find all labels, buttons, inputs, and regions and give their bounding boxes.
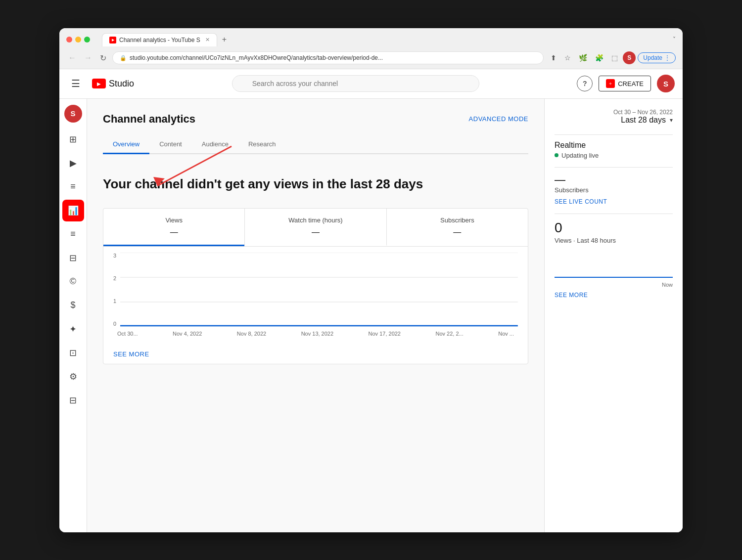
sidebar-item-analytics[interactable]: 📊: [62, 200, 84, 221]
forward-button[interactable]: →: [82, 51, 94, 64]
maximize-traffic-light[interactable]: [84, 37, 90, 43]
puzzle-icon[interactable]: 🧩: [592, 52, 606, 64]
divider-3: [555, 214, 673, 214]
stats-tab-watchtime[interactable]: Watch time (hours) —: [244, 209, 386, 246]
tab-title: Channel analytics - YouTube S: [119, 37, 200, 43]
new-tab-button[interactable]: +: [218, 33, 231, 46]
youtube-logo-icon: [92, 79, 106, 88]
realtime-views-label: Views · Last 48 hours: [555, 237, 673, 244]
customization-icon: ✦: [69, 324, 77, 335]
chart-plot-area: [120, 253, 518, 329]
page-title: Channel analytics: [103, 113, 195, 126]
playlists-icon: ≡: [70, 181, 76, 192]
sidebar-item-feedback[interactable]: ⊟: [62, 389, 84, 411]
sidebar-item-monetization[interactable]: $: [62, 295, 84, 316]
tab-overview[interactable]: Overview: [103, 135, 149, 154]
chart-x-labels: Oct 30... Nov 4, 2022 Nov 8, 2022 Nov 13…: [113, 329, 518, 337]
logo-area: Studio: [92, 79, 134, 89]
stats-tab-views-label: Views: [113, 216, 234, 224]
tab-content[interactable]: Content: [149, 135, 192, 154]
sidebar-toggle-icon[interactable]: ⬚: [608, 52, 621, 64]
close-traffic-light[interactable]: [66, 37, 72, 43]
chart-area: 3 2 1 0: [103, 247, 528, 345]
copyright-icon: ©: [70, 276, 76, 287]
see-more-button[interactable]: SEE MORE: [103, 345, 159, 364]
active-tab[interactable]: Channel analytics - YouTube S ✕: [102, 33, 217, 46]
stats-tab-subscribers[interactable]: Subscribers —: [386, 209, 528, 246]
subtitles-icon: ⊟: [69, 253, 77, 263]
analytics-tabs: Overview Content Audience Research: [103, 135, 528, 154]
divider-2: [555, 167, 673, 168]
tab-audience[interactable]: Audience: [192, 135, 238, 154]
traffic-lights: [66, 37, 90, 43]
sidebar-item-copyright[interactable]: ©: [62, 271, 84, 293]
browser-chevron-icon: ˅: [673, 36, 676, 43]
user-avatar[interactable]: S: [657, 75, 675, 92]
content-icon: ▶: [70, 158, 77, 169]
bookmark-icon[interactable]: ☆: [561, 52, 574, 64]
browser-toolbar-icons: ⬆ ☆ 🌿 🧩 ⬚ S Update ⋮: [548, 51, 676, 64]
realtime-section: Realtime Updating live — Subscribers SEE…: [555, 141, 673, 299]
now-label: Now: [555, 282, 673, 288]
extension-icon[interactable]: 🌿: [576, 52, 590, 64]
help-button[interactable]: ?: [577, 76, 593, 91]
app-container: ☰ Studio 🔍 ? ＋ CREATE: [59, 69, 683, 532]
stats-tab-watchtime-label: Watch time (hours): [255, 216, 376, 224]
realtime-status-text: Updating live: [561, 152, 599, 159]
tab-research[interactable]: Research: [238, 135, 286, 154]
realtime-see-more-button[interactable]: SEE MORE: [555, 292, 588, 299]
right-panel: Oct 30 – Nov 26, 2022 Last 28 days ▾ Rea…: [544, 99, 683, 532]
sidebar-item-playlists[interactable]: ≡: [62, 176, 84, 198]
back-button[interactable]: ←: [66, 51, 78, 64]
no-views-container: Your channel didn't get any views in the…: [103, 166, 528, 201]
share-icon[interactable]: ⬆: [548, 52, 559, 64]
audio-icon: ⊡: [69, 347, 77, 358]
minimize-traffic-light[interactable]: [75, 37, 81, 43]
realtime-subscribers-dash: —: [555, 173, 673, 186]
sidebar-item-customization[interactable]: ✦: [62, 318, 84, 340]
browser-profile-avatar[interactable]: S: [623, 51, 636, 64]
sidebar-item-audio[interactable]: ⊡: [62, 342, 84, 364]
see-live-count-button[interactable]: SEE LIVE COUNT: [555, 198, 607, 205]
url-display: studio.youtube.com/channel/UCo7izNLn_mAy…: [130, 54, 536, 61]
main-content: Channel analytics ADVANCED MODE Overview…: [87, 99, 544, 532]
tab-close-button[interactable]: ✕: [205, 37, 210, 43]
advanced-mode-button[interactable]: ADVANCED MODE: [469, 115, 528, 123]
stats-tab-subscribers-label: Subscribers: [397, 216, 518, 224]
date-range-label: Last 28 days: [621, 116, 666, 125]
browser-window: Channel analytics - YouTube S ✕ + ˅ ← → …: [59, 28, 683, 532]
sidebar-item-comments[interactable]: ≡: [62, 223, 84, 245]
content-area: Channel analytics ADVANCED MODE Overview…: [87, 99, 683, 532]
stats-tab-watchtime-value: —: [255, 228, 376, 237]
dashboard-icon: ⊞: [69, 134, 77, 145]
lock-icon: 🔒: [120, 55, 127, 61]
sidebar-item-dashboard[interactable]: ⊞: [62, 129, 84, 150]
stats-tab-views[interactable]: Views —: [103, 209, 244, 246]
refresh-button[interactable]: ↻: [98, 51, 108, 65]
analytics-icon: 📊: [68, 205, 79, 216]
address-bar[interactable]: 🔒 studio.youtube.com/channel/UCo7izNLn_m…: [112, 51, 544, 64]
hamburger-menu-button[interactable]: ☰: [67, 74, 84, 93]
realtime-subscribers-label: Subscribers: [555, 186, 673, 194]
sidebar-item-content[interactable]: ▶: [62, 152, 84, 174]
feedback-icon: ⊟: [69, 395, 77, 406]
sidebar-user-avatar[interactable]: S: [64, 105, 82, 123]
sidebar-item-subtitles[interactable]: ⊟: [62, 247, 84, 269]
mini-chart-area: [555, 250, 673, 280]
no-views-message: Your channel didn't get any views in the…: [103, 176, 528, 193]
stats-tab-subscribers-value: —: [397, 228, 518, 237]
header-actions: ? ＋ CREATE S: [577, 75, 675, 92]
create-button[interactable]: ＋ CREATE: [599, 76, 651, 91]
create-plus-icon: ＋: [606, 79, 615, 88]
divider-1: [555, 134, 673, 135]
dollar-icon: $: [70, 300, 75, 310]
tab-content-area: Your channel didn't get any views in the…: [103, 154, 528, 365]
search-input[interactable]: [232, 75, 479, 92]
date-picker[interactable]: Oct 30 – Nov 26, 2022 Last 28 days ▾: [555, 109, 673, 125]
sidebar-item-settings[interactable]: ⚙: [62, 366, 84, 388]
realtime-views-value: 0: [555, 220, 673, 236]
browser-address-bar: ← → ↻ 🔒 studio.youtube.com/channel/UCo7i…: [59, 49, 683, 69]
update-button[interactable]: Update ⋮: [638, 52, 676, 63]
tab-favicon: [109, 37, 116, 43]
create-label: CREATE: [618, 80, 644, 87]
